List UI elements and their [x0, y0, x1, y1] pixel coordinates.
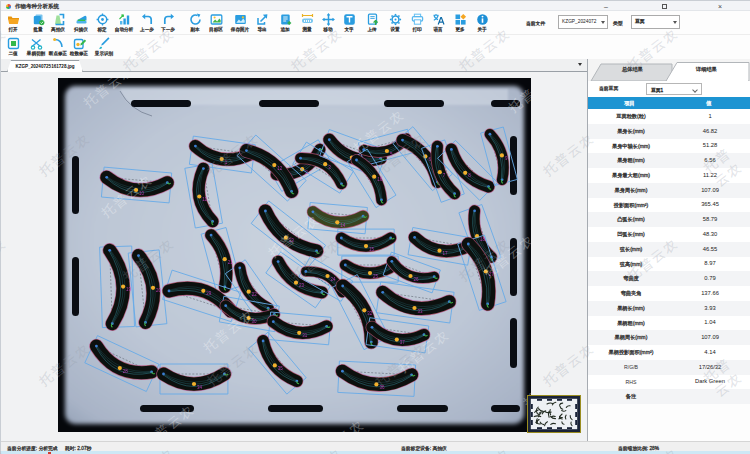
svg-text:34: 34 — [197, 385, 203, 390]
svg-text:17: 17 — [443, 251, 449, 256]
svg-text:33: 33 — [418, 309, 424, 314]
svg-text:12: 12 — [277, 166, 283, 171]
svg-text:14: 14 — [340, 223, 346, 228]
svg-text:15: 15 — [369, 247, 375, 252]
svg-text:11: 11 — [202, 197, 207, 202]
svg-text:26: 26 — [414, 277, 420, 282]
svg-text:21: 21 — [228, 260, 234, 265]
svg-text:28: 28 — [123, 369, 129, 374]
svg-text:31: 31 — [302, 333, 308, 338]
svg-text:29: 29 — [206, 291, 212, 296]
svg-text:22: 22 — [252, 292, 258, 297]
svg-text:18: 18 — [480, 237, 486, 242]
svg-text:37: 37 — [400, 340, 406, 345]
svg-text:24: 24 — [331, 277, 337, 282]
svg-text:25: 25 — [373, 274, 379, 279]
svg-text:35: 35 — [278, 366, 284, 371]
svg-text:19: 19 — [126, 287, 132, 292]
svg-text:32: 32 — [367, 311, 373, 316]
svg-text:20: 20 — [156, 288, 162, 293]
